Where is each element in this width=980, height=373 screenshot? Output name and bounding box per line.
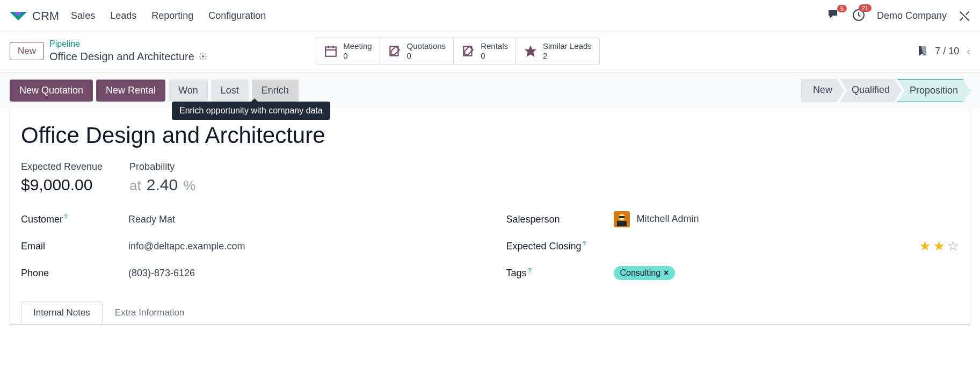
probability-field: Probability at 2.40 % bbox=[129, 161, 195, 194]
help-icon[interactable]: ? bbox=[64, 213, 68, 221]
tab-extra-information[interactable]: Extra Information bbox=[103, 302, 197, 324]
nav-leads[interactable]: Leads bbox=[110, 10, 136, 21]
probability-percent: % bbox=[183, 177, 195, 194]
tag-consulting[interactable]: Consulting× bbox=[614, 266, 676, 280]
phone-label: Phone bbox=[21, 268, 128, 279]
tags-value[interactable]: Consulting× bbox=[614, 266, 676, 280]
app-logo[interactable] bbox=[10, 10, 27, 23]
stat-rentals[interactable]: Rentals0 bbox=[453, 38, 516, 64]
stat-meeting[interactable]: Meeting0 bbox=[316, 38, 379, 64]
stat-boxes: Meeting0 Quotations0 Rentals0 Similar Le… bbox=[316, 38, 600, 64]
record-title[interactable]: Office Design and Architecture bbox=[21, 123, 959, 148]
new-rental-button[interactable]: New Rental bbox=[96, 80, 165, 102]
nav-reporting[interactable]: Reporting bbox=[151, 10, 193, 21]
star-icon bbox=[524, 44, 538, 58]
action-bar: New Quotation New Rental Won Lost Enrich… bbox=[0, 73, 980, 109]
email-value[interactable]: info@deltapc.example.com bbox=[128, 241, 245, 252]
top-nav: CRM Sales Leads Reporting Configuration … bbox=[0, 0, 980, 32]
tags-label: Tags? bbox=[506, 268, 614, 279]
chevron-left-icon[interactable]: ‹ bbox=[967, 45, 970, 58]
stat-value: 0 bbox=[481, 51, 508, 61]
expected-revenue-label: Expected Revenue bbox=[21, 161, 103, 173]
control-row: New Pipeline Office Design and Architect… bbox=[0, 32, 980, 73]
right-column: Salesperson Mitchell Admin Expected Clos… bbox=[506, 210, 960, 291]
edit-icon bbox=[461, 44, 475, 58]
expected-revenue-value[interactable]: $9,000.00 bbox=[21, 176, 103, 194]
stage-bar: New Qualified Proposition bbox=[801, 79, 970, 102]
stat-label: Similar Leads bbox=[543, 41, 592, 51]
stat-value: 2 bbox=[543, 51, 592, 61]
tag-remove-icon[interactable]: × bbox=[664, 268, 669, 278]
expected-closing-label: Expected Closing? bbox=[506, 241, 614, 252]
salesperson-label: Salesperson bbox=[506, 214, 614, 225]
enrich-button[interactable]: Enrich bbox=[252, 80, 299, 102]
nav-configuration[interactable]: Configuration bbox=[208, 10, 266, 21]
tab-internal-notes[interactable]: Internal Notes bbox=[21, 302, 103, 324]
salesperson-value[interactable]: Mitchell Admin bbox=[614, 211, 699, 227]
breadcrumb-current: Office Design and Architecture bbox=[49, 49, 207, 63]
svg-marker-7 bbox=[525, 45, 536, 57]
lost-button[interactable]: Lost bbox=[211, 80, 249, 102]
nav-links: Sales Leads Reporting Configuration bbox=[71, 10, 266, 21]
stat-label: Quotations bbox=[407, 41, 446, 51]
messages-badge: 5 bbox=[837, 5, 847, 12]
svg-rect-10 bbox=[617, 221, 627, 226]
pager[interactable]: 7 / 10 bbox=[935, 46, 959, 57]
star-2[interactable]: ★ bbox=[933, 239, 945, 254]
priority-stars: ★ ★ ☆ bbox=[919, 239, 959, 254]
bookmark-icon[interactable] bbox=[918, 45, 927, 57]
company-name[interactable]: Demo Company bbox=[877, 10, 947, 21]
expected-revenue-field: Expected Revenue $9,000.00 bbox=[21, 161, 103, 194]
calendar-icon bbox=[324, 44, 338, 58]
enrich-tooltip: Enrich opportunity with company data bbox=[172, 102, 330, 120]
won-button[interactable]: Won bbox=[169, 80, 208, 102]
activities-icon[interactable]: 21 bbox=[852, 9, 865, 23]
stat-value: 0 bbox=[407, 51, 446, 61]
new-button[interactable]: New bbox=[10, 42, 44, 60]
app-name[interactable]: CRM bbox=[32, 9, 59, 23]
control-right: 7 / 10 ‹ bbox=[918, 45, 970, 58]
stage-qualified[interactable]: Qualified bbox=[840, 79, 902, 102]
salesperson-row: Salesperson Mitchell Admin bbox=[506, 210, 960, 228]
stage-proposition[interactable]: Proposition bbox=[897, 79, 970, 102]
tags-row: Tags? Consulting× bbox=[506, 264, 960, 282]
revenue-probability-row: Expected Revenue $9,000.00 Probability a… bbox=[21, 161, 959, 194]
gear-icon[interactable] bbox=[199, 52, 207, 61]
stat-label: Meeting bbox=[343, 41, 372, 51]
star-3[interactable]: ☆ bbox=[947, 239, 959, 254]
messages-icon[interactable]: 5 bbox=[827, 9, 840, 23]
left-column: Customer? Ready Mat Email info@deltapc.e… bbox=[21, 210, 474, 291]
probability-label: Probability bbox=[129, 161, 195, 173]
salesperson-name: Mitchell Admin bbox=[637, 213, 699, 224]
stage-new[interactable]: New bbox=[801, 79, 844, 102]
activities-badge: 21 bbox=[859, 4, 872, 12]
breadcrumb-link[interactable]: Pipeline bbox=[49, 39, 207, 50]
probability-at: at bbox=[129, 177, 141, 194]
stat-label: Rentals bbox=[481, 41, 508, 51]
stat-similar-leads[interactable]: Similar Leads2 bbox=[516, 38, 600, 64]
svg-rect-4 bbox=[325, 47, 336, 56]
stat-quotations[interactable]: Quotations0 bbox=[380, 38, 454, 64]
phone-row: Phone (803)-873-6126 bbox=[21, 264, 474, 282]
customer-label: Customer? bbox=[21, 214, 128, 225]
form-sheet: Office Design and Architecture Expected … bbox=[10, 109, 970, 325]
help-icon[interactable]: ? bbox=[528, 267, 532, 275]
edit-icon bbox=[388, 44, 402, 58]
phone-value[interactable]: (803)-873-6126 bbox=[128, 268, 195, 279]
star-1[interactable]: ★ bbox=[919, 239, 931, 254]
nav-sales[interactable]: Sales bbox=[71, 10, 95, 21]
form-columns: Customer? Ready Mat Email info@deltapc.e… bbox=[21, 210, 959, 291]
email-row: Email info@deltapc.example.com bbox=[21, 237, 474, 255]
probability-value[interactable]: 2.40 bbox=[147, 176, 178, 194]
svg-rect-11 bbox=[619, 216, 625, 218]
email-label: Email bbox=[21, 241, 128, 252]
tabs: Internal Notes Extra Information bbox=[21, 302, 959, 324]
tools-icon[interactable] bbox=[959, 10, 970, 22]
breadcrumb-current-text: Office Design and Architecture bbox=[49, 49, 194, 63]
expected-closing-row: Expected Closing? ★ ★ ☆ bbox=[506, 237, 960, 255]
help-icon[interactable]: ? bbox=[583, 240, 586, 248]
new-quotation-button[interactable]: New Quotation bbox=[10, 80, 93, 102]
tag-label: Consulting bbox=[620, 268, 661, 278]
customer-value[interactable]: Ready Mat bbox=[128, 214, 175, 225]
svg-point-3 bbox=[202, 55, 204, 58]
